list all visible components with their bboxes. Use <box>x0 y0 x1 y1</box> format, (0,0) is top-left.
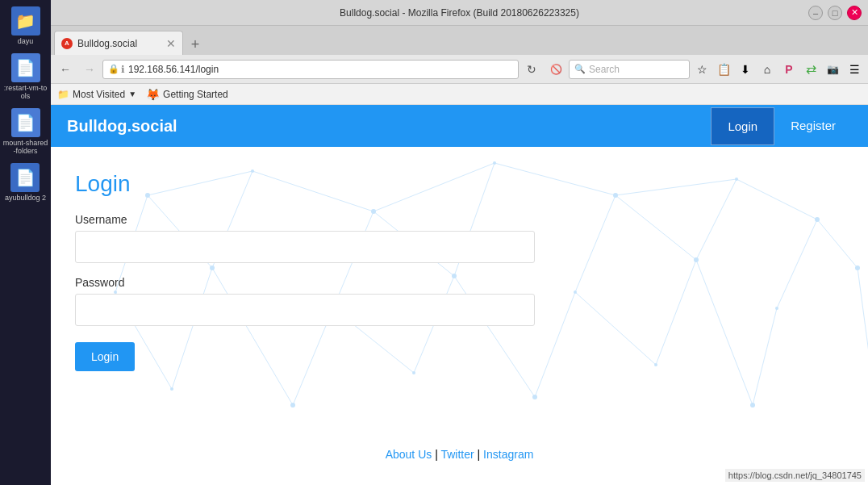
most-visited-icon: 📁 <box>57 89 69 100</box>
desktop-sidebar: 📁 dayu 📄 :restart-vm-tools 📄 mount-share… <box>0 0 51 485</box>
most-visited-bookmark[interactable]: 📁 Most Visited ▼ <box>57 89 136 100</box>
reload-button[interactable]: ↻ <box>520 59 543 80</box>
svg-line-51 <box>858 268 868 389</box>
desktop-icon-dayu[interactable]: 📁 dayu <box>11 6 40 45</box>
site-nav: Login Register <box>711 107 852 145</box>
username-label: Username <box>75 213 511 226</box>
about-us-link[interactable]: About Us <box>386 448 432 461</box>
desktop-icon-mount[interactable]: 📄 mount-shared-folders <box>2 108 49 155</box>
window-controls: – □ ✕ <box>808 6 862 20</box>
login-title: Login <box>75 171 511 197</box>
new-tab-button[interactable]: + <box>185 34 206 55</box>
tab-bar: A Bulldog.social ✕ + <box>51 26 868 55</box>
login-submit-button[interactable]: Login <box>75 342 135 371</box>
address-bar[interactable]: 🔒 ℹ 192.168.56.141/login <box>102 60 519 79</box>
password-input[interactable] <box>75 294 535 326</box>
sync-icon[interactable]: ⇄ <box>800 59 821 80</box>
mount-label: mount-shared-folders <box>2 139 49 155</box>
site-body: Login Username Password Login About Us |… <box>51 147 868 485</box>
address-icons: 🔒 ℹ <box>108 64 125 75</box>
username-input[interactable] <box>75 231 535 263</box>
footer-sep-1: | <box>432 448 440 461</box>
address-text: 192.168.56.141/login <box>128 64 513 75</box>
svg-line-37 <box>777 220 817 308</box>
mount-icon: 📄 <box>11 108 40 137</box>
svg-line-36 <box>696 179 737 260</box>
status-bar-url: https://blog.csdn.net/jq_34801745 <box>725 469 865 482</box>
instagram-link[interactable]: Instagram <box>483 448 533 461</box>
svg-line-48 <box>656 260 696 365</box>
screenshot-icon[interactable]: 📷 <box>822 59 843 80</box>
dayu-label: dayu <box>18 37 34 45</box>
active-tab[interactable]: A Bulldog.social ✕ <box>54 31 183 55</box>
search-box[interactable]: 🔍 Search <box>569 60 690 79</box>
maximize-button[interactable]: □ <box>828 6 842 20</box>
pocket-icon[interactable]: P <box>778 59 799 80</box>
download-icon[interactable]: ⬇ <box>735 59 756 80</box>
register-nav-link[interactable]: Register <box>774 107 852 145</box>
web-content: Bulldog.social Login Register <box>51 105 868 485</box>
svg-line-34 <box>575 195 616 292</box>
desktop-icon-ayub[interactable]: 📄 ayubulldog 2 <box>5 163 46 202</box>
restart-icon: 📄 <box>11 53 40 82</box>
svg-line-47 <box>575 292 656 365</box>
info-icon: ℹ <box>121 64 125 75</box>
site-header: Bulldog.social Login Register <box>51 105 868 147</box>
footer-sep-2: | <box>474 448 483 461</box>
username-group: Username <box>75 213 511 263</box>
tab-title: Bulldog.social <box>77 38 161 49</box>
browser-window: Bulldog.social - Mozilla Firefox (Build … <box>51 0 868 485</box>
svg-line-50 <box>753 308 777 405</box>
desktop-icon-restart[interactable]: 📄 :restart-vm-tools <box>2 53 49 100</box>
svg-line-27 <box>737 179 817 220</box>
reading-list-icon[interactable]: 📋 <box>713 59 734 80</box>
toolbar-icons: ☆ 📋 ⬇ ⌂ P ⇄ 📷 ☰ <box>691 59 865 80</box>
search-placeholder: Search <box>589 64 620 75</box>
most-visited-label: Most Visited <box>73 89 125 100</box>
password-label: Password <box>75 276 511 289</box>
password-group: Password <box>75 276 511 326</box>
back-button[interactable]: ← <box>54 59 77 80</box>
most-visited-chevron: ▼ <box>128 90 136 98</box>
twitter-link[interactable]: Twitter <box>440 448 474 461</box>
svg-line-38 <box>817 220 858 268</box>
tab-close-button[interactable]: ✕ <box>166 38 176 49</box>
bookmarks-bar: 📁 Most Visited ▼ 🦊 Getting Started <box>51 84 868 105</box>
close-button[interactable]: ✕ <box>847 6 862 20</box>
restart-label: :restart-vm-tools <box>2 84 49 100</box>
ayub-icon: 📄 <box>10 163 40 192</box>
ayub-label: ayubulldog 2 <box>5 194 46 202</box>
svg-line-35 <box>616 195 696 260</box>
getting-started-icon: 🦊 <box>146 88 160 101</box>
site-logo: Bulldog.social <box>67 117 711 136</box>
forward-button[interactable]: → <box>78 59 101 80</box>
stop-button[interactable]: 🚫 <box>545 59 567 80</box>
menu-icon[interactable]: ☰ <box>844 59 865 80</box>
svg-line-49 <box>696 260 753 405</box>
svg-line-26 <box>616 179 737 195</box>
getting-started-bookmark[interactable]: 🦊 Getting Started <box>146 88 228 101</box>
title-bar: Bulldog.social - Mozilla Firefox (Build … <box>51 0 868 26</box>
lock-icon: 🔒 <box>108 64 119 74</box>
site-footer: About Us | Twitter | Instagram <box>51 448 868 461</box>
login-nav-link[interactable]: Login <box>711 107 774 145</box>
getting-started-label: Getting Started <box>163 89 228 100</box>
dayu-icon: 📁 <box>11 6 40 36</box>
minimize-button[interactable]: – <box>808 6 823 20</box>
svg-line-46 <box>535 292 575 397</box>
window-title: Bulldog.social - Mozilla Firefox (Build … <box>340 7 579 19</box>
navigation-bar: ← → 🔒 ℹ 192.168.56.141/login ↻ 🚫 🔍 Searc… <box>51 55 868 84</box>
home-icon[interactable]: ⌂ <box>757 59 778 80</box>
tab-favicon: A <box>61 38 73 49</box>
login-container: Login Username Password Login <box>51 147 535 395</box>
website: Bulldog.social Login Register <box>51 105 868 485</box>
search-icon: 🔍 <box>574 64 586 74</box>
bookmark-star-icon[interactable]: ☆ <box>691 59 712 80</box>
